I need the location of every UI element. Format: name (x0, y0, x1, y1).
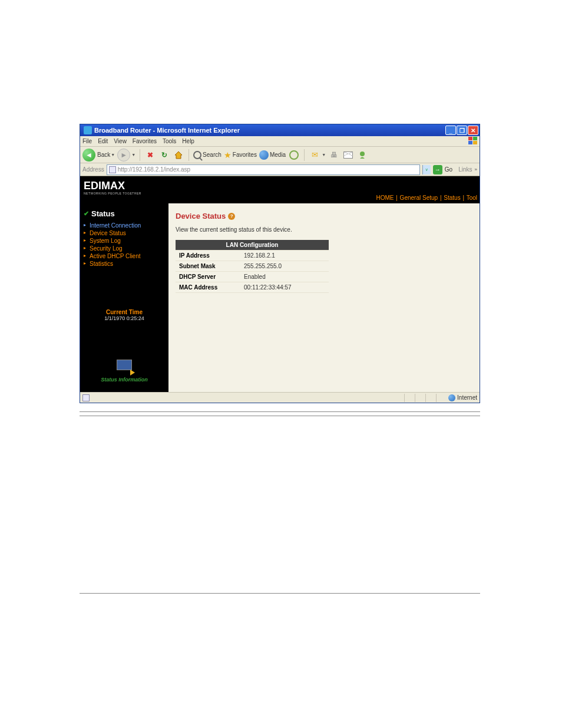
history-button[interactable] (288, 149, 300, 161)
lan-config-table: LAN Configuration IP Address192.168.2.1 … (176, 240, 329, 293)
menu-tools[interactable]: Tools (163, 138, 176, 144)
divider (80, 593, 480, 594)
toolbar-separator (189, 149, 189, 161)
star-icon: ★ (224, 150, 232, 160)
sidebar-item-statistics[interactable]: Statistics (84, 260, 165, 268)
sidebar-nav: Internet Connection Device Status System… (84, 222, 165, 268)
status-info-icon (114, 358, 135, 375)
sidebar-item-internet-connection[interactable]: Internet Connection (84, 222, 165, 229)
row-key: IP Address (176, 251, 240, 261)
menu-file[interactable]: File (82, 138, 92, 144)
internet-zone-label: Internet (457, 394, 477, 401)
sidebar-item-device-status[interactable]: Device Status (84, 229, 165, 237)
status-info-label: Status Information (84, 377, 165, 383)
row-value: Enabled (240, 272, 329, 282)
ie-icon (84, 126, 92, 134)
table-row: MAC Address00:11:22:33:44:57 (176, 282, 329, 293)
menu-favorites[interactable]: Favorites (133, 138, 157, 144)
page-description: View the current setting status of this … (176, 226, 472, 233)
nav-home[interactable]: HOME (376, 195, 394, 201)
svg-rect-3 (473, 141, 477, 144)
row-key: Subnet Mask (176, 261, 240, 272)
top-nav: HOME | General Setup | Status | Tool (376, 195, 477, 201)
windows-flag-icon (468, 137, 478, 145)
go-label: Go (445, 166, 452, 173)
table-row: Subnet Mask255.255.255.0 (176, 261, 329, 272)
row-key: MAC Address (176, 282, 240, 293)
media-button[interactable]: Media (259, 150, 286, 160)
search-icon (193, 151, 201, 159)
brand-logo: EDIMAX (84, 180, 125, 192)
row-key: DHCP Server (176, 272, 240, 282)
menu-bar: File Edit View Favorites Tools Help (80, 136, 480, 147)
svg-rect-2 (468, 141, 472, 144)
address-dropdown-icon[interactable]: v (422, 165, 431, 174)
ie-window: Broadband Router - Microsoft Internet Ex… (80, 124, 480, 403)
page-icon (109, 166, 116, 173)
sidebar-item-security-log[interactable]: Security Log (84, 245, 165, 252)
row-value: 255.255.255.0 (240, 261, 329, 272)
discuss-button[interactable] (356, 149, 368, 161)
current-time-value: 1/1/1970 0:25:24 (84, 315, 165, 321)
stop-button[interactable]: ✖ (144, 149, 156, 161)
table-header: LAN Configuration (176, 240, 329, 251)
address-bar: Address http://192.168.2.1/index.asp v →… (80, 163, 480, 176)
mail-dropdown-icon[interactable]: ▼ (322, 153, 326, 157)
back-button[interactable]: ◄ Back ▼ (82, 149, 115, 162)
table-row: DHCP ServerEnabled (176, 272, 329, 282)
row-value: 192.168.2.1 (240, 251, 329, 261)
current-time-label: Current Time (84, 309, 165, 315)
back-dropdown-icon[interactable]: ▼ (111, 153, 115, 157)
media-icon (259, 150, 269, 160)
status-bar: Internet (80, 392, 480, 403)
address-input[interactable]: http://192.168.2.1/index.asp (107, 164, 420, 175)
sidebar-title: ✔ Status (84, 209, 165, 218)
nav-tool[interactable]: Tool (467, 195, 477, 201)
table-row: IP Address192.168.2.1 (176, 251, 329, 261)
toolbar: ◄ Back ▼ ► ▼ ✖ ↻ Search ★ Favorites (80, 147, 480, 163)
forward-dropdown-icon[interactable]: ▼ (131, 153, 135, 157)
go-button[interactable]: → (433, 165, 442, 174)
menu-help[interactable]: Help (182, 138, 194, 144)
row-value: 00:11:22:33:44:57 (240, 282, 329, 293)
links-label[interactable]: Links (458, 166, 472, 173)
nav-general-setup[interactable]: General Setup (400, 195, 438, 201)
help-icon[interactable]: ? (228, 213, 235, 220)
toolbar-separator (140, 149, 140, 161)
forward-button[interactable]: ► (117, 149, 130, 162)
page-content: EDIMAX NETWORKING PEOPLE TOGETHER HOME |… (80, 176, 480, 392)
window-titlebar: Broadband Router - Microsoft Internet Ex… (80, 124, 480, 136)
window-controls: _ ❐ ✕ (445, 126, 478, 135)
internet-zone-icon (448, 394, 455, 401)
menu-view[interactable]: View (114, 138, 127, 144)
edit-icon (343, 151, 353, 159)
sidebar-bottom: Status Information (84, 358, 165, 386)
maximize-button[interactable]: ❐ (457, 126, 467, 135)
favorites-button[interactable]: ★ Favorites (224, 150, 257, 160)
status-panes (404, 394, 447, 402)
mail-button[interactable]: ✉ (309, 149, 320, 161)
sidebar-item-active-dhcp-client[interactable]: Active DHCP Client (84, 252, 165, 260)
refresh-button[interactable]: ↻ (158, 149, 170, 161)
page-title: Device Status ? (176, 212, 472, 220)
edit-button[interactable] (342, 149, 354, 161)
print-button[interactable]: 🖶 (328, 149, 340, 161)
back-arrow-icon: ◄ (82, 149, 95, 162)
nav-status[interactable]: Status (444, 195, 460, 201)
history-icon (289, 150, 299, 160)
svg-rect-0 (468, 137, 472, 140)
brand-tagline: NETWORKING PEOPLE TOGETHER (84, 192, 141, 195)
window-title: Broadband Router - Microsoft Internet Ex… (94, 127, 240, 134)
messenger-icon (358, 150, 367, 160)
close-button[interactable]: ✕ (468, 126, 478, 135)
page-header: EDIMAX NETWORKING PEOPLE TOGETHER HOME |… (80, 176, 480, 203)
menu-edit[interactable]: Edit (98, 138, 108, 144)
sidebar-item-system-log[interactable]: System Log (84, 237, 165, 245)
minimize-button[interactable]: _ (445, 126, 456, 135)
home-button[interactable] (173, 149, 184, 161)
status-page-icon (82, 394, 90, 401)
links-chevron-icon[interactable]: » (475, 167, 477, 172)
search-button[interactable]: Search (193, 151, 222, 159)
sidebar: ✔ Status Internet Connection Device Stat… (80, 203, 168, 392)
address-url: http://192.168.2.1/index.asp (118, 166, 418, 173)
